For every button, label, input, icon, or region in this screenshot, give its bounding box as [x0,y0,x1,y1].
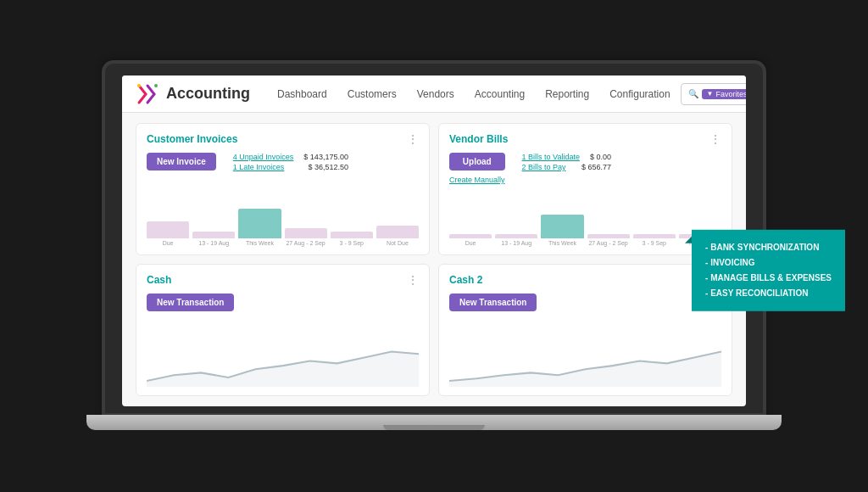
laptop-wrapper: Accounting Dashboard Customers Vendors A… [103,62,765,430]
chart-label-due: Due [163,240,174,246]
svg-point-0 [137,84,141,87]
chart-label-notdue: Not Due [387,240,409,246]
create-manually-link[interactable]: Create Manually [449,176,505,184]
nav-customers[interactable]: Customers [337,75,407,113]
cash-header: Cash ⋮ [147,273,419,287]
chart-bar-notdue [376,226,419,238]
logo-text: Accounting [166,85,250,103]
cash-title: Cash [147,274,171,286]
customer-invoices-chart: Due 13 - 19 Aug This Week [147,176,419,246]
customer-invoices-menu[interactable]: ⋮ [407,132,419,146]
unpaid-invoices-label[interactable]: 4 Unpaid Invoices [233,153,294,161]
chart-label-aug1: 13 - 19 Aug [198,240,229,246]
cash2-new-transaction-button[interactable]: New Transaction [449,294,537,311]
bills-validate-value: $ 0.00 [590,153,611,161]
bills-stat-row-1: 1 Bills to Validate $ 0.00 [522,153,611,161]
new-invoice-button[interactable]: New Invoice [147,153,216,171]
late-invoices-label[interactable]: 1 Late Invoices [233,163,285,171]
chart-bar-thisweek [238,209,281,238]
chart-bar-aug2 [285,228,327,238]
filter-badge: ▼ Favorites × [702,89,746,99]
chart-group-aug1: 13 - 19 Aug [192,232,235,246]
scene: Accounting Dashboard Customers Vendors A… [31,8,837,484]
search-area: 🔍 ▼ Favorites × Search... [681,83,746,105]
feature-item-3: - MANAGE BILLS & EXPENSES [705,271,832,286]
svg-point-1 [154,84,158,87]
vb-chart-group-thisweek: This Week [541,215,583,246]
nav-dashboard[interactable]: Dashboard [267,75,337,113]
nav-configuration[interactable]: Configuration [599,75,680,113]
laptop-bezel: Accounting Dashboard Customers Vendors A… [103,62,765,415]
filter-icon: ▼ [707,90,714,98]
cash2-header: Cash 2 ⋮ [449,273,721,287]
chart-group-due: Due [147,221,189,246]
logo-area: Accounting [136,82,250,106]
search-box[interactable]: 🔍 ▼ Favorites × Search... [681,83,746,105]
customer-invoices-card: Customer Invoices ⋮ New Invoice 4 Unpaid… [136,123,430,255]
chart-group-aug2: 27 Aug - 2 Sep [285,228,327,246]
cash-new-transaction-button[interactable]: New Transaction [147,294,234,311]
nav-vendors[interactable]: Vendors [407,75,465,113]
bills-validate-label[interactable]: 1 Bills to Validate [522,153,580,161]
cash2-title: Cash 2 [449,274,482,286]
nav-items: Dashboard Customers Vendors Accounting R… [267,75,681,113]
feature-panel: - BANK SYNCHRONIZATION - INVOICING - MAN… [692,230,845,311]
cash2-card: Cash 2 ⋮ New Transaction [438,264,732,396]
chart-group-sep1: 3 - 9 Sep [331,232,373,246]
main-content: Customer Invoices ⋮ New Invoice 4 Unpaid… [122,113,746,406]
chart-label-sep1: 3 - 9 Sep [340,240,364,246]
upload-button[interactable]: Upload [449,153,505,171]
nav-reporting[interactable]: Reporting [535,75,599,113]
vendor-bills-title: Vendor Bills [449,133,508,145]
chart-label-aug2: 27 Aug - 2 Sep [286,240,325,246]
vendor-bills-chart: Due 13 - 19 Aug This Week [449,189,721,246]
cash-line-chart [147,316,419,387]
laptop-screen: Accounting Dashboard Customers Vendors A… [122,75,746,406]
filter-label: Favorites [716,90,747,98]
late-invoices-value: $ 36,512.50 [308,163,348,171]
app: Accounting Dashboard Customers Vendors A… [122,75,746,406]
chart-label-thisweek: This Week [246,240,274,246]
navbar: Accounting Dashboard Customers Vendors A… [122,75,746,113]
stat-row-2: 1 Late Invoices $ 36,512.50 [233,163,348,171]
feature-item-2: - INVOICING [705,255,832,271]
cash-menu[interactable]: ⋮ [407,273,419,287]
cash-card: Cash ⋮ New Transaction [136,264,430,396]
bills-pay-value: $ 656.77 [581,163,611,171]
feature-item-1: - BANK SYNCHRONIZATION [705,240,832,255]
customer-invoices-header: Customer Invoices ⋮ [147,132,419,146]
chart-group-thisweek: This Week [238,209,281,246]
vb-chart-group-sep1: 3 - 9 Sep [633,234,676,246]
vendor-bills-card: Vendor Bills ⋮ Upload Create Manually [438,123,732,255]
nav-accounting[interactable]: Accounting [465,75,535,113]
stat-row-1: 4 Unpaid Invoices $ 143,175.00 [233,153,348,161]
laptop-base [86,415,782,430]
unpaid-invoices-value: $ 143,175.00 [303,153,348,161]
vendor-bills-menu[interactable]: ⋮ [709,132,721,146]
search-icon: 🔍 [688,89,698,98]
logo-icon [136,82,159,106]
chart-bar-sep1 [331,232,373,238]
vb-chart-group-aug2: 27 Aug - 2 Sep [587,234,630,246]
chart-bar-due [147,221,189,238]
vendor-bills-header: Vendor Bills ⋮ [449,132,721,146]
vendor-bills-actions: Upload Create Manually 1 Bills to Valida… [449,153,721,184]
bills-pay-label[interactable]: 2 Bills to Pay [522,163,566,171]
customer-invoices-stats: 4 Unpaid Invoices $ 143,175.00 1 Late In… [233,153,348,171]
bills-stat-row-2: 2 Bills to Pay $ 656.77 [522,163,611,171]
cash-chart-svg [147,316,419,387]
customer-invoices-title: Customer Invoices [147,133,237,145]
cash2-chart-svg [449,316,721,387]
customer-invoices-actions: New Invoice 4 Unpaid Invoices $ 143,175.… [147,153,419,171]
vendor-bills-stats: 1 Bills to Validate $ 0.00 2 Bills to Pa… [522,153,611,171]
cash2-line-chart [449,316,721,387]
vb-chart-group-due: Due [449,234,492,246]
chart-group-notdue: Not Due [376,226,419,246]
chart-bar-aug1 [192,232,235,238]
vb-chart-group-aug1: 13 - 19 Aug [495,234,537,246]
feature-item-4: - EASY RECONCILIATION [705,286,832,301]
